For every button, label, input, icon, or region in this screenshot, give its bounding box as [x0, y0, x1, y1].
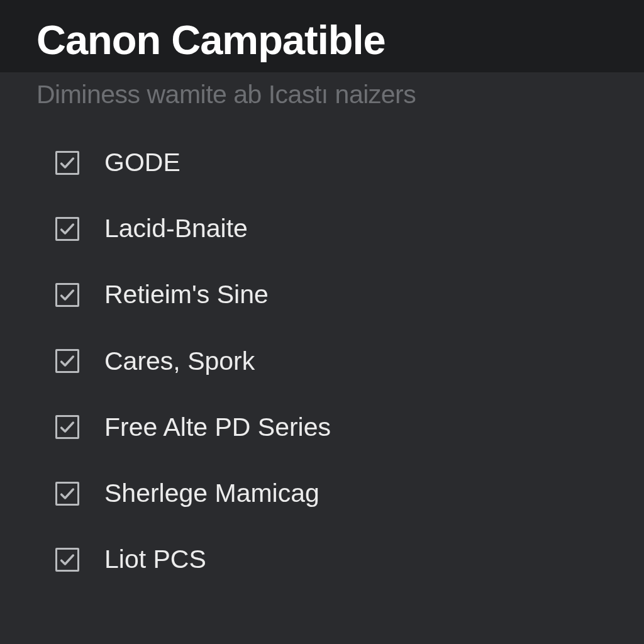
- checklist: GODE Lacid-Bnaite Retieim's Sine Cares, …: [0, 109, 644, 575]
- checkmark-icon: [58, 154, 76, 172]
- list-item: Retieim's Sine: [55, 279, 608, 310]
- list-item: GODE: [55, 147, 608, 178]
- checkbox[interactable]: [55, 283, 79, 307]
- page-title: Canon Campatible: [36, 18, 608, 63]
- page-subtitle: Diminess wamite ab Icastı naizers: [36, 80, 608, 109]
- checkmark-icon: [58, 485, 76, 502]
- list-item: Cares, Spork: [55, 346, 608, 377]
- item-label: Retieim's Sine: [104, 279, 269, 310]
- checkbox[interactable]: [55, 415, 79, 439]
- checkmark-icon: [58, 352, 76, 370]
- item-label: GODE: [104, 147, 180, 178]
- checkmark-icon: [58, 551, 76, 569]
- checkmark-icon: [58, 220, 76, 238]
- checkbox[interactable]: [55, 482, 79, 506]
- item-label: Sherlege Mamicag: [104, 478, 319, 509]
- item-label: Lacid-Bnaite: [104, 213, 248, 244]
- checkmark-icon: [58, 418, 76, 436]
- checkmark-icon: [58, 286, 76, 304]
- list-item: Sherlege Mamicag: [55, 478, 608, 509]
- list-item: Free Alte PD Series: [55, 412, 608, 443]
- item-label: Free Alte PD Series: [104, 412, 331, 443]
- checkbox[interactable]: [55, 151, 79, 175]
- item-label: Cares, Spork: [104, 346, 255, 377]
- checkbox[interactable]: [55, 349, 79, 373]
- header-bar: Canon Campatible: [0, 0, 644, 72]
- subtitle-wrap: Diminess wamite ab Icastı naizers: [0, 72, 644, 109]
- list-item: Liot PCS: [55, 544, 608, 575]
- list-item: Lacid-Bnaite: [55, 213, 608, 244]
- checkbox[interactable]: [55, 548, 79, 572]
- checkbox[interactable]: [55, 217, 79, 241]
- item-label: Liot PCS: [104, 544, 206, 575]
